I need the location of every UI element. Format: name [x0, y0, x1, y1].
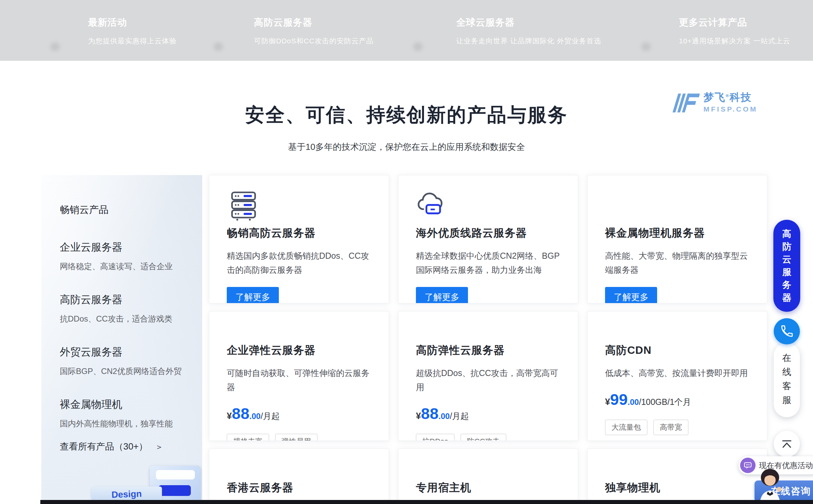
learn-more-button[interactable]: 了解更多 [227, 287, 279, 303]
price-row: ¥88.00/月起 [416, 406, 560, 422]
topbar-item[interactable]: 最新活动为您提供最实惠得上云体验 [88, 16, 177, 46]
ddos-cloud-server-float-button[interactable]: 高防云服务器 [773, 220, 800, 312]
vertical-char: 器 [782, 291, 791, 304]
phone-icon [780, 325, 794, 338]
product-card: 香港云服务器低成本、高可用！超低延迟生入门 [209, 449, 389, 504]
product-card-desc: 低成本、高带宽、按流量计费即开即用 [605, 366, 750, 380]
price-decimal: .00 [249, 412, 260, 421]
product-card-desc: 精选国内多款优质畅销抗DDos、CC攻击的高防御云服务器 [227, 249, 371, 277]
feature-tag: 规格丰富 [227, 434, 269, 441]
sidebar-product-item[interactable]: 高防云服务器抗DDos、CC攻击，适合游戏类 [60, 293, 189, 324]
decorative-dot [214, 42, 223, 51]
topbar-item-title: 更多云计算产品 [679, 16, 790, 29]
view-all-label: 查看所有产品（30+） [60, 442, 148, 452]
price-row: ¥99.00/100GB/1个月 [605, 391, 750, 408]
sidebar-product-title: 企业云服务器 [60, 240, 189, 254]
decorative-dot [413, 42, 423, 51]
chat-prompt-bubble[interactable]: 现在有优惠活动吗 [738, 456, 813, 474]
sidebar-product-title: 高防云服务器 [60, 293, 189, 307]
product-card-title: 裸金属物理机服务器 [605, 226, 750, 241]
to-top-icon [780, 437, 794, 451]
product-card: 畅销高防云服务器精选国内多款优质畅销抗DDos、CC攻击的高防御云服务器了解更多 [209, 175, 389, 303]
topbar-item-title: 高防云服务器 [254, 16, 374, 29]
topbar-item-subtitle: 10+通用场景解决方案 一站式上云 [679, 36, 790, 46]
top-promo-bar: 最新活动为您提供最实惠得上云体验高防云服务器可防御DDoS和CC攻击的安防云产品… [0, 0, 813, 61]
price-unit: /月起 [261, 411, 280, 422]
sidebar-product-item[interactable]: 企业云服务器网络稳定、高速读写、适合企业 [60, 240, 189, 272]
product-card-title: 独享物理机 [605, 480, 750, 495]
vertical-char: 防 [782, 240, 791, 253]
price-row: ¥88.00/月起 [227, 406, 371, 422]
logo-brand-right: 科技 [730, 91, 752, 103]
server-icon [227, 188, 260, 222]
vertical-char: 高 [782, 227, 791, 240]
online-service-float-button[interactable]: 在线客服 [774, 343, 800, 417]
topbar-item[interactable]: 全球云服务器让业务走向世界 让品牌国际化 外贸业务首选 [456, 16, 601, 46]
topbar-item[interactable]: 更多云计算产品10+通用场景解决方案 一站式上云 [679, 16, 790, 46]
product-card: 专用宿主机高配置，大带宽IDC专用宿主机 [398, 449, 578, 504]
vertical-char: 云 [782, 253, 791, 266]
learn-more-button[interactable]: 了解更多 [416, 287, 468, 303]
price-currency: ¥ [605, 397, 610, 407]
feature-tag: 防CC攻击 [461, 434, 506, 441]
cloud-server-icon [416, 188, 450, 222]
product-card: 裸金属物理机服务器高性能、大带宽、物理隔离的独享型云端服务器了解更多 [587, 175, 767, 303]
price-decimal: .00 [438, 412, 450, 421]
vertical-char: 务 [782, 279, 791, 291]
price-unit: /月起 [450, 411, 469, 422]
sidebar-product-desc: 抗DDos、CC攻击，适合游戏类 [60, 313, 189, 324]
chat-bubble-icon [740, 458, 756, 473]
feature-tags: 抗DDos防CC攻击 [416, 434, 560, 441]
decorative-dot [641, 42, 651, 51]
topbar-item-subtitle: 为您提供最实惠得上云体验 [88, 36, 177, 46]
back-to-top-button[interactable] [774, 431, 800, 457]
product-card-title: 高防弹性云服务器 [416, 343, 560, 358]
topbar-item[interactable]: 高防云服务器可防御DDoS和CC攻击的安防云产品 [254, 16, 374, 46]
product-card-title: 高防CDN [605, 343, 750, 358]
page-title: 安全、可信、持续创新的产品与服务 [0, 102, 813, 128]
vertical-char: 在 [782, 351, 791, 365]
feature-tags: 规格丰富弹性易用 [227, 434, 371, 441]
product-card-title: 海外优质线路云服务器 [416, 226, 560, 241]
vertical-char: 客 [782, 379, 791, 393]
design-label: Design [111, 489, 142, 500]
product-card-desc: 高性能、大带宽、物理隔离的独享型云端服务器 [605, 249, 750, 277]
topbar-item-title: 全球云服务器 [456, 16, 601, 29]
sidebar-product-title: 裸金属物理机 [60, 397, 189, 412]
sidebar-product-item[interactable]: 外贸云服务器国际BGP、CN2优质网络适合外贸 [60, 345, 189, 377]
sidebar-product-title: 外贸云服务器 [60, 345, 189, 359]
feature-tag: 抗DDos [416, 434, 455, 441]
product-card: 独享物理机完全独享物理性能，可选配显卡 [587, 449, 767, 504]
vertical-char: 服 [782, 266, 791, 279]
price-unit: /100GB/1个月 [639, 396, 691, 408]
product-card-title: 香港云服务器 [227, 480, 371, 495]
sidebar-product-desc: 国际BGP、CN2优质网络适合外贸 [60, 366, 189, 377]
design-illustration: Design [91, 464, 202, 504]
product-card-title: 畅销高防云服务器 [227, 226, 371, 241]
online-consult-button[interactable]: 在线咨询 [755, 480, 813, 502]
product-card-title: 企业弹性云服务器 [227, 343, 371, 358]
phone-contact-button[interactable] [774, 318, 800, 344]
learn-more-button[interactable]: 了解更多 [605, 287, 657, 303]
product-card-title: 专用宿主机 [416, 480, 560, 495]
product-cards-grid: 畅销高防云服务器精选国内多款优质畅销抗DDos、CC攻击的高防御云服务器了解更多… [209, 175, 767, 504]
topbar-item-subtitle: 可防御DDoS和CC攻击的安防云产品 [254, 36, 374, 46]
illustration-button-shape [159, 485, 191, 496]
registered-mark: ® [726, 93, 730, 98]
price-integer: 99 [610, 391, 628, 407]
sidebar-title: 畅销云产品 [60, 203, 189, 217]
view-all-products-link[interactable]: 查看所有产品（30+）＞ [60, 440, 163, 453]
footer-edge-strip [40, 500, 813, 504]
decorative-dot [50, 42, 60, 51]
sidebar-product-item[interactable]: 裸金属物理机国内外高性能物理机，独享性能 [60, 397, 189, 429]
product-card-desc: 可随时自动获取、可弹性伸缩的云服务器 [227, 366, 371, 394]
price-currency: ¥ [227, 411, 232, 421]
chat-prompt-text: 现在有优惠活动吗 [759, 460, 813, 471]
sidebar-product-desc: 国内外高性能物理机，独享性能 [60, 418, 189, 429]
topbar-item-title: 最新活动 [88, 16, 177, 29]
vertical-char: 服 [782, 393, 791, 407]
feature-tags: 大流量包高带宽 [605, 420, 750, 435]
topbar-item-subtitle: 让业务走向世界 让品牌国际化 外贸业务首选 [456, 36, 601, 46]
price-decimal: .00 [628, 397, 639, 407]
product-card-desc: 超级抗DDos、抗CC攻击，高带宽高可用 [416, 366, 560, 394]
